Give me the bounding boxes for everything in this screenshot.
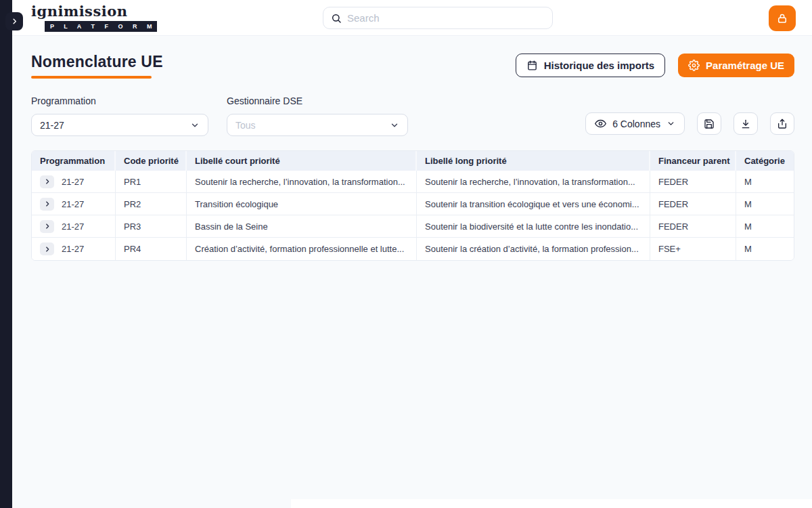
horizontal-scrollbar[interactable] [291,499,812,508]
title-underline [31,76,152,79]
cell-programmation: 21-27 [62,221,84,232]
cell-categorie: M [736,238,794,260]
export-icon [777,119,788,129]
chevron-down-icon [667,119,675,128]
nomenclature-table: Programmation Code priorité Libellé cour… [31,150,794,261]
download-icon [740,119,751,129]
cell-categorie: M [736,215,794,238]
table-row: 21-27 PR1 Soutenir la recherche, l’innov… [32,171,794,193]
page-title: Nomenclature UE [31,53,163,71]
row-expand-button[interactable] [40,198,54,211]
table-row: 21-27 PR4 Création d’activité, formation… [32,238,794,260]
export-button[interactable] [770,112,794,135]
cell-code-priorite: PR2 [116,193,187,215]
cell-libelle-court: Création d’activité, formation professio… [187,238,417,260]
row-expand-button[interactable] [40,242,54,255]
parametrage-ue-label: Paramétrage UE [706,60,784,71]
cell-financeur-parent: FSE+ [650,238,736,260]
lock-icon [776,12,788,24]
row-expand-button[interactable] [40,220,54,233]
cell-libelle-court: Soutenir la recherche, l’innovation, la … [187,171,417,193]
cell-financeur-parent: FEDER [650,193,736,215]
cell-libelle-court: Bassin de la Seine [187,215,417,238]
header-libelle-court: Libellé court priorité [187,151,417,171]
search-input[interactable] [347,12,545,24]
cell-libelle-long: Soutenir la transition écologique et ver… [417,193,650,215]
cell-financeur-parent: FEDER [650,215,736,238]
search-bar [323,7,553,29]
programmation-value: 21-27 [40,120,190,131]
lock-button[interactable] [769,5,796,31]
chevron-right-icon [11,18,18,25]
table-row: 21-27 PR2 Transition écologique Soutenir… [32,193,794,215]
cell-code-priorite: PR1 [116,171,187,193]
cell-libelle-court: Transition écologique [187,193,417,215]
logo: ignimission P L A T F O R M [31,4,157,32]
parametrage-ue-button[interactable]: Paramétrage UE [678,54,794,77]
imports-history-button[interactable]: Historique des imports [516,54,665,77]
row-expand-button[interactable] [40,175,54,188]
gestionnaire-dse-placeholder: Tous [235,120,390,131]
cell-programmation: 21-27 [62,199,84,209]
logo-sub-text: P L A T F O R M [45,21,157,32]
header-programmation: Programmation [32,151,116,171]
header-categorie: Catégorie [736,151,794,171]
columns-visibility-button[interactable]: 6 Colonnes [585,112,685,135]
cell-financeur-parent: FEDER [650,171,736,193]
table-row: 21-27 PR3 Bassin de la Seine Soutenir la… [32,215,794,238]
cell-libelle-long: Soutenir la création d’activité, la form… [417,238,650,260]
programmation-select[interactable]: 21-27 [31,114,208,136]
header-libelle-long: Libellé long priorité [417,151,650,171]
cell-libelle-long: Soutenir la biodiversité et la lutte con… [417,215,650,238]
search-icon [331,13,342,24]
cell-programmation: 21-27 [62,244,84,254]
chevron-down-icon [190,121,200,130]
download-button[interactable] [734,112,758,135]
sidebar [0,0,12,508]
programmation-label: Programmation [31,96,208,106]
logo-main-text: ignimission [31,4,157,19]
gestionnaire-dse-label: Gestionnaire DSE [227,96,408,106]
columns-visibility-label: 6 Colonnes [612,119,660,129]
gestionnaire-dse-select[interactable]: Tous [227,114,408,136]
table-header-row: Programmation Code priorité Libellé cour… [32,151,794,171]
cell-categorie: M [736,171,794,193]
cell-code-priorite: PR3 [116,215,187,238]
sidebar-expand-button[interactable] [5,12,23,30]
cell-programmation: 21-27 [62,177,84,187]
save-icon [704,119,715,129]
cell-code-priorite: PR4 [116,238,187,260]
cell-categorie: M [736,193,794,215]
header-financeur-parent: Financeur parent [650,151,736,171]
chevron-down-icon [390,121,399,130]
eye-icon [595,118,606,129]
save-view-button[interactable] [697,112,721,135]
gear-icon [688,60,700,71]
header-code-priorite: Code priorité [116,151,187,171]
imports-history-label: Historique des imports [544,60,654,71]
cell-libelle-long: Soutenir la recherche, l’innovation, la … [417,171,650,193]
calendar-icon [526,60,538,71]
